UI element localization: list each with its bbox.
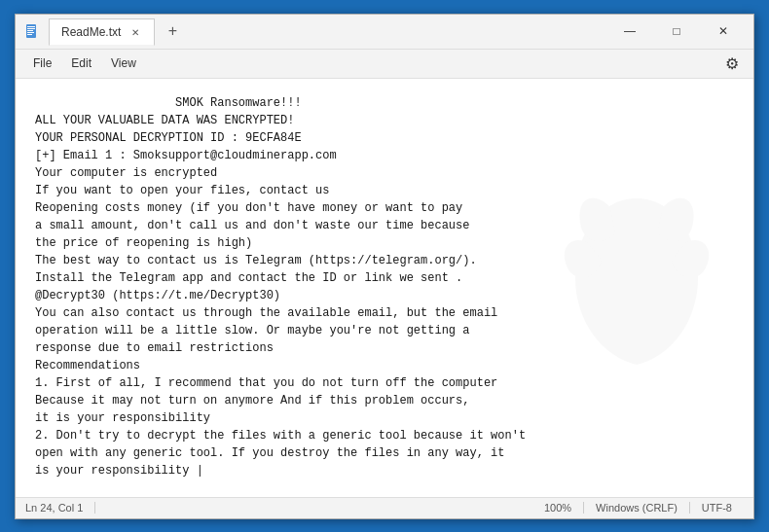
svg-rect-1 (27, 26, 35, 27)
minimize-button[interactable]: — (607, 16, 652, 47)
settings-button[interactable]: ⚙ (718, 50, 746, 77)
menu-file[interactable]: File (23, 53, 61, 74)
svg-rect-5 (27, 34, 32, 35)
menu-edit[interactable]: Edit (61, 53, 101, 74)
svg-rect-3 (27, 30, 33, 31)
tab-close-button[interactable]: ✕ (128, 26, 142, 39)
svg-rect-2 (27, 28, 35, 29)
close-button[interactable]: ✕ (701, 16, 746, 47)
new-tab-button[interactable]: + (159, 18, 186, 45)
line-ending: Windows (CRLF) (584, 502, 690, 514)
status-bar: Ln 24, Col 1 100% Windows (CRLF) UTF-8 (16, 497, 753, 518)
svg-rect-4 (27, 32, 34, 33)
tab-readme[interactable]: ReadMe.txt ✕ (49, 18, 155, 46)
title-bar: ReadMe.txt ✕ + — □ ✕ (16, 15, 753, 50)
encoding: UTF-8 (690, 502, 744, 514)
cursor-position: Ln 24, Col 1 (25, 502, 95, 514)
zoom-level: 100% (532, 502, 584, 514)
app-icon (23, 22, 41, 40)
window-controls: — □ ✕ (607, 16, 746, 47)
maximize-button[interactable]: □ (654, 16, 699, 47)
menu-bar: File Edit View ⚙ (16, 50, 753, 79)
file-content: SMOK Ransomware!!! ALL YOUR VALUABLE DAT… (35, 94, 734, 479)
tab-label: ReadMe.txt (61, 25, 121, 39)
menu-view[interactable]: View (101, 53, 146, 74)
tab-area: ReadMe.txt ✕ + (49, 18, 607, 45)
notepad-window: ReadMe.txt ✕ + — □ ✕ File Edit View ⚙ (15, 14, 754, 519)
text-editor-area[interactable]: SMOK Ransomware!!! ALL YOUR VALUABLE DAT… (16, 79, 753, 497)
